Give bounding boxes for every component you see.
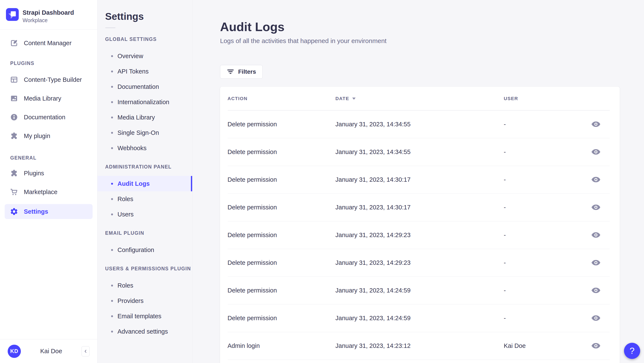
view-details-button[interactable] xyxy=(591,341,600,350)
help-button[interactable]: ? xyxy=(624,343,640,359)
cell-date: January 31, 2023, 14:34:55 xyxy=(336,121,504,128)
sidebar-item-label: Content Manager xyxy=(24,40,72,47)
table-row[interactable]: Delete permission January 31, 2023, 14:3… xyxy=(220,193,620,221)
puzzle-icon xyxy=(10,132,18,140)
subnav-item-api-tokens[interactable]: API Tokens xyxy=(98,64,192,79)
subnav-item-advanced-settings[interactable]: Advanced settings xyxy=(98,324,192,339)
subnav-item-label: Configuration xyxy=(118,246,154,253)
cell-date: January 31, 2023, 14:34:55 xyxy=(336,149,504,156)
subnav-item-media-library[interactable]: Media Library xyxy=(98,110,192,125)
subnav-item-single-sign-on[interactable]: Single Sign-On xyxy=(98,125,192,140)
cart-icon xyxy=(10,188,18,196)
filters-button[interactable]: Filters xyxy=(220,65,262,79)
subnav-item-roles[interactable]: Roles xyxy=(98,191,192,207)
sidebar-item-documentation[interactable]: Documentation xyxy=(0,108,97,127)
subnav-item-label: Media Library xyxy=(118,114,155,121)
sidebar-nav: Content Manager PLUGINS Content-Type Bui… xyxy=(0,35,97,219)
cell-date: January 31, 2023, 14:30:17 xyxy=(336,204,504,211)
view-details-button[interactable] xyxy=(591,120,600,129)
question-mark-icon: ? xyxy=(630,346,634,356)
subnav-item-up-roles[interactable]: Roles xyxy=(98,278,192,293)
subnav-item-documentation[interactable]: Documentation xyxy=(98,79,192,94)
view-details-button[interactable] xyxy=(591,175,600,184)
table-row[interactable]: Delete permission January 31, 2023, 14:2… xyxy=(220,221,620,249)
sidebar-item-label: Settings xyxy=(24,208,48,215)
subnav-item-label: Single Sign-On xyxy=(118,129,159,136)
cell-date: January 31, 2023, 14:29:23 xyxy=(336,259,504,266)
user-avatar[interactable]: KD xyxy=(8,345,21,358)
bullet-icon xyxy=(111,71,113,73)
view-details-button[interactable] xyxy=(591,230,600,240)
subnav-section-email-plugin: EMAIL PLUGIN xyxy=(105,230,192,236)
table-row[interactable]: Delete permission January 31, 2023, 14:3… xyxy=(220,110,620,138)
table-row[interactable]: Delete permission January 31, 2023, 14:2… xyxy=(220,249,620,276)
subnav-item-users[interactable]: Users xyxy=(98,207,192,222)
bullet-icon xyxy=(111,86,113,88)
sidebar-item-marketplace[interactable]: Marketplace xyxy=(0,183,97,201)
sidebar-footer: KD Kai Doe xyxy=(0,339,97,363)
subnav-section-users-permissions-plugin: USERS & PERMISSIONS PLUGIN xyxy=(105,266,192,271)
view-details-button[interactable] xyxy=(591,147,600,157)
subnav-item-label: Audit Logs xyxy=(118,180,150,187)
subnav-section-administration-panel: ADMINISTRATION PANEL xyxy=(105,164,192,170)
subnav-divider xyxy=(105,28,115,28)
subnav-item-providers[interactable]: Providers xyxy=(98,293,192,308)
subnav-item-configuration[interactable]: Configuration xyxy=(98,242,192,257)
sidebar-item-content-manager[interactable]: Content Manager xyxy=(0,35,97,51)
workspace-switcher[interactable]: Strapi Dashboard Workplace xyxy=(0,0,97,30)
view-details-button[interactable] xyxy=(591,258,600,267)
media-library-icon xyxy=(10,94,18,103)
gear-icon xyxy=(10,207,18,216)
subnav-item-email-templates[interactable]: Email templates xyxy=(98,308,192,324)
cell-user: - xyxy=(504,287,591,294)
column-header-label: DATE xyxy=(336,96,349,101)
subnav-item-overview[interactable]: Overview xyxy=(98,48,192,64)
subnav-item-label: Email templates xyxy=(118,313,161,320)
sidebar-item-my-plugin[interactable]: My plugin xyxy=(0,127,97,145)
table-row[interactable]: Delete permission January 31, 2023, 14:3… xyxy=(220,166,620,193)
strapi-logo-icon xyxy=(6,8,19,21)
sidebar-item-media-library[interactable]: Media Library xyxy=(0,89,97,108)
subnav-item-audit-logs[interactable]: Audit Logs xyxy=(98,176,192,191)
puzzle-icon xyxy=(10,169,18,177)
table-row[interactable]: Admin login January 31, 2023, 14:23:12 K… xyxy=(220,332,620,359)
cell-user: Kai Doe xyxy=(504,342,591,349)
main-sidebar: Strapi Dashboard Workplace Content Manag… xyxy=(0,0,98,363)
filter-icon xyxy=(227,68,234,76)
view-details-button[interactable] xyxy=(591,203,600,212)
page-subtitle: Logs of all the activities that happened… xyxy=(220,37,620,45)
cell-user: - xyxy=(504,315,591,322)
cell-action: Delete permission xyxy=(228,121,336,128)
bullet-icon xyxy=(111,55,113,57)
sidebar-item-plugins[interactable]: Plugins xyxy=(0,164,97,183)
collapse-sidebar-button[interactable] xyxy=(82,346,90,356)
view-details-button[interactable] xyxy=(591,313,600,323)
column-header-label: USER xyxy=(504,96,518,101)
subnav-title: Settings xyxy=(105,11,192,22)
cell-user: - xyxy=(504,149,591,156)
subnav-section-global-settings: GLOBAL SETTINGS xyxy=(105,37,192,42)
table-row[interactable]: Delete permission January 31, 2023, 14:2… xyxy=(220,304,620,332)
filters-button-label: Filters xyxy=(238,68,256,75)
cell-action: Delete permission xyxy=(228,259,336,266)
table-row[interactable]: Delete permission January 31, 2023, 14:3… xyxy=(220,138,620,166)
view-details-button[interactable] xyxy=(591,286,600,295)
subnav-item-webhooks[interactable]: Webhooks xyxy=(98,140,192,156)
column-header-user[interactable]: USER xyxy=(504,96,591,101)
subnav-item-label: Internationalization xyxy=(118,99,169,106)
cell-action: Delete permission xyxy=(228,232,336,239)
sidebar-item-settings[interactable]: Settings xyxy=(5,204,92,219)
main-content: Audit Logs Logs of all the activities th… xyxy=(192,0,644,363)
chevron-left-icon xyxy=(84,349,88,353)
table-header-row: ACTION DATE USER xyxy=(220,87,620,110)
bullet-icon xyxy=(111,132,113,134)
table-row[interactable]: Delete permission January 31, 2023, 14:2… xyxy=(220,276,620,304)
column-header-date[interactable]: DATE xyxy=(336,96,504,101)
subnav-item-label: Roles xyxy=(118,196,133,203)
column-header-action[interactable]: ACTION xyxy=(228,96,336,101)
subnav-item-internationalization[interactable]: Internationalization xyxy=(98,94,192,110)
cell-action: Delete permission xyxy=(228,176,336,183)
cell-action: Delete permission xyxy=(228,149,336,156)
sidebar-item-content-type-builder[interactable]: Content-Type Builder xyxy=(0,70,97,89)
cell-date: January 31, 2023, 14:30:17 xyxy=(336,176,504,183)
